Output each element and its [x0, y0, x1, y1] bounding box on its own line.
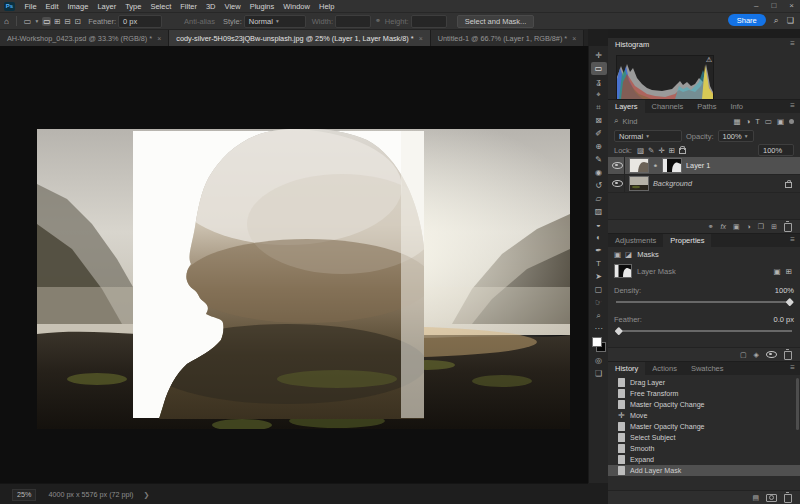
layer-row-background[interactable]: Background — [608, 175, 800, 193]
history-step[interactable]: Expand — [608, 454, 800, 465]
dodge-tool[interactable]: ◐ — [591, 231, 607, 244]
add-mask-icon[interactable]: ▣ — [733, 223, 740, 231]
menu-help[interactable]: Help — [314, 2, 338, 11]
history-scrollbar[interactable] — [796, 378, 799, 430]
workspace-switcher-icon[interactable]: ❏ — [787, 16, 794, 25]
mask-selection-icon[interactable]: ▢ — [740, 351, 747, 359]
history-step[interactable]: Smooth — [608, 443, 800, 454]
status-options-chevron[interactable]: ❯ — [144, 491, 150, 499]
kind-filter-select[interactable]: Kind — [622, 117, 637, 126]
zoom-level-input[interactable]: 25% — [12, 489, 36, 501]
delete-state-icon[interactable] — [784, 494, 792, 503]
fill-input[interactable]: 100% — [758, 144, 794, 156]
history-step[interactable]: Select Subject — [608, 432, 800, 443]
link-dimensions-icon[interactable]: ⚭ — [371, 17, 385, 25]
filter-shape-icon[interactable]: ▭ — [765, 117, 772, 126]
lock-position-icon[interactable]: ✛ — [658, 146, 664, 155]
slider-thumb[interactable] — [785, 297, 793, 305]
tab-history[interactable]: History — [608, 362, 645, 375]
density-slider[interactable] — [616, 298, 792, 306]
mask-thumbnail[interactable] — [614, 264, 632, 278]
panel-menu-icon[interactable]: ≡ — [790, 235, 795, 244]
blur-tool[interactable]: ◒ — [591, 218, 607, 231]
menu-filter[interactable]: Filter — [176, 2, 202, 11]
pen-tool[interactable]: ✒ — [591, 244, 607, 257]
filter-toggle[interactable] — [789, 119, 794, 124]
style-select[interactable]: Normal ▾ — [244, 15, 306, 28]
layer-effects-icon[interactable]: fx — [721, 223, 726, 230]
density-value[interactable]: 100% — [775, 286, 794, 295]
menu-edit[interactable]: Edit — [41, 2, 63, 11]
quick-mask-button[interactable]: ◎ — [591, 354, 607, 367]
share-button[interactable]: Share — [728, 14, 766, 26]
panel-menu-icon[interactable]: ≡ — [790, 39, 795, 48]
disable-mask-eye-icon[interactable] — [766, 351, 777, 358]
link-layers-icon[interactable]: ⚭ — [708, 223, 714, 231]
lock-all-icon[interactable] — [679, 148, 686, 154]
minimize-button[interactable]: – — [754, 0, 758, 12]
spot-healing-tool[interactable]: ⊕ — [591, 140, 607, 153]
object-selection-tool[interactable]: ⌖ — [591, 88, 607, 101]
menu-layer[interactable]: Layer — [93, 2, 121, 11]
history-step[interactable]: Drag Layer — [608, 377, 800, 388]
maximize-button[interactable]: □ — [771, 0, 776, 12]
close-button[interactable]: × — [789, 0, 794, 12]
feather-value[interactable]: 0.0 px — [774, 315, 794, 324]
gradient-tool[interactable]: ▨ — [591, 205, 607, 218]
layer-mask-thumbnail[interactable] — [662, 158, 682, 173]
screen-mode-button[interactable]: ❏ — [591, 367, 607, 380]
history-brush-tool[interactable]: ↺ — [591, 179, 607, 192]
frame-tool[interactable]: ⊠ — [591, 114, 607, 127]
add-vector-mask-icon[interactable]: ⊞ — [786, 267, 792, 276]
tab-adjustments[interactable]: Adjustments — [608, 234, 663, 247]
tab-paths[interactable]: Paths — [690, 100, 723, 113]
menu-plugins[interactable]: Plugins — [245, 2, 279, 11]
apply-mask-icon[interactable]: ◈ — [754, 351, 759, 359]
panel-menu-icon[interactable]: ≡ — [790, 363, 795, 372]
add-selection-icon[interactable]: ⊞ — [53, 17, 61, 26]
move-tool[interactable]: ✛ — [591, 49, 607, 62]
zoom-tool[interactable]: ⌕ — [591, 309, 607, 322]
feather-slider[interactable] — [616, 327, 792, 335]
layer-thumbnail[interactable] — [629, 158, 649, 173]
feather-input[interactable]: 0 px — [118, 15, 162, 28]
document-tab-2-active[interactable]: cody-silver-5H09s23jQBw-unsplash.jpg @ 2… — [169, 30, 430, 46]
tab-channels[interactable]: Channels — [645, 100, 691, 113]
new-layer-icon[interactable]: ⊞ — [771, 223, 777, 231]
filter-adjustment-icon[interactable]: ◑ — [746, 117, 751, 126]
tab-info[interactable]: Info — [723, 100, 750, 113]
lock-artboard-icon[interactable]: ⊞ — [669, 146, 675, 155]
edit-toolbar-icon[interactable]: ⋯ — [591, 322, 607, 335]
delete-mask-icon[interactable] — [784, 351, 792, 360]
close-tab-icon[interactable]: × — [419, 35, 423, 42]
close-tab-icon[interactable]: × — [157, 35, 161, 42]
menu-type[interactable]: Type — [121, 2, 146, 11]
history-step-selected[interactable]: Add Layer Mask — [608, 465, 800, 476]
tab-actions[interactable]: Actions — [645, 362, 684, 375]
canvas-area[interactable] — [0, 46, 588, 483]
hand-tool[interactable]: ☞ — [591, 296, 607, 309]
layer-row-layer1[interactable]: ⚭ Layer 1 — [608, 157, 800, 175]
history-step[interactable]: Free Transform — [608, 388, 800, 399]
menu-view[interactable]: View — [220, 2, 245, 11]
lasso-tool[interactable]: ʓ — [591, 75, 607, 88]
eraser-tool[interactable]: ▱ — [591, 192, 607, 205]
new-snapshot-icon[interactable] — [766, 494, 777, 502]
rectangular-marquee-tool[interactable]: ▭ — [591, 62, 607, 75]
menu-select[interactable]: Select — [146, 2, 176, 11]
filter-pixel-icon[interactable]: ▦ — [734, 117, 741, 126]
blend-mode-select[interactable]: Normal ▾ — [614, 130, 682, 142]
home-icon[interactable]: ⌂ — [0, 17, 13, 26]
clipping-warning-icon[interactable]: ⚠ — [706, 56, 712, 64]
history-step[interactable]: ✛Move — [608, 410, 800, 421]
brush-tool[interactable]: ✎ — [591, 153, 607, 166]
panel-menu-icon[interactable]: ≡ — [790, 101, 795, 110]
document-tab-3[interactable]: Untitled-1 @ 66.7% (Layer 1, RGB/8#) * × — [431, 30, 585, 46]
vector-mask-icon[interactable]: ◪ — [625, 250, 632, 259]
lock-pixels-icon[interactable]: ✎ — [648, 146, 654, 155]
menu-file[interactable]: File — [20, 2, 41, 11]
lock-transparency-icon[interactable]: ▨ — [637, 146, 644, 155]
mask-link-icon[interactable]: ⚭ — [653, 162, 658, 169]
visibility-toggle[interactable] — [611, 175, 625, 192]
menu-image[interactable]: Image — [63, 2, 93, 11]
